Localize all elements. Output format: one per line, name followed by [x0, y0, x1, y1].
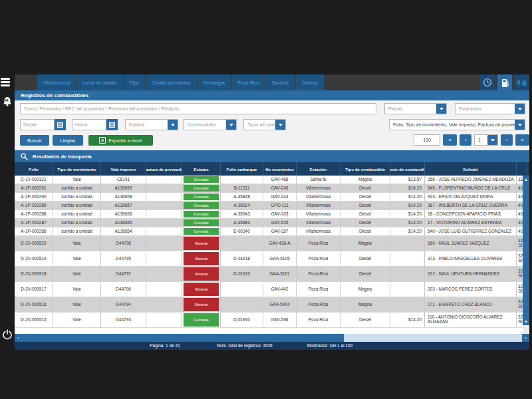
- date-to-input[interactable]: [72, 119, 106, 130]
- column-header-tipo-de-movimiento[interactable]: Tipo de movimiento: [53, 162, 101, 176]
- tab-ciudad-del-carmen[interactable]: Ciudad del carmen: [146, 74, 197, 90]
- dollar-glyph: $: [517, 79, 520, 86]
- scroll-left-icon[interactable]: ‹: [15, 334, 22, 342]
- horizontal-scrollbar[interactable]: ‹ ›: [15, 334, 529, 342]
- column-header-solicit-[interactable]: Solicitó: [425, 162, 517, 176]
- cell: D-2V-000520: [15, 236, 53, 251]
- cell: A-35983: [221, 219, 263, 227]
- cell: 171 - EVARISTO CRUZ BLANCO: [425, 297, 517, 312]
- calendar-icon[interactable]: [55, 119, 66, 130]
- estaciones-select[interactable]: Estaciones: [455, 103, 525, 114]
- columnas-select[interactable]: Folio, Tipo de movimiento, Vale impreso,…: [389, 119, 525, 130]
- table-row[interactable]: A-1P-000288surtido a unidadA136656Cerrad…: [15, 210, 523, 219]
- column-header-factura-de-proveedor[interactable]: Factura de proveedor: [146, 162, 182, 176]
- results-title: Resultados de búsqueda: [33, 154, 92, 160]
- table-row[interactable]: D-2V-000515ValeD44793CerradaD-01900GAV-5…: [15, 313, 523, 328]
- cell: Villahermosa: [297, 219, 340, 227]
- table-row[interactable]: D-2V-000519ValeD44795AbiertaD-01918GAA-5…: [15, 251, 523, 267]
- tab-poza-rica[interactable]: Poza Rica: [232, 74, 265, 90]
- cell: surtido a unidad: [53, 227, 101, 235]
- cell: 325 SIE: [517, 282, 523, 297]
- table-row[interactable]: D-2V-000517ValeD44796AbiertaGAV-442Poza …: [15, 282, 523, 297]
- column-header-tipo-de-combustible[interactable]: Tipo de combustible: [340, 162, 390, 176]
- table-row[interactable]: A-1P-000290surtido a unidadA136658Cerrad…: [15, 193, 523, 201]
- column-header-no-econ-mico[interactable]: No económico: [263, 162, 297, 176]
- tab-villahermosa[interactable]: Villahermosa: [37, 74, 76, 90]
- column-header-estaci-n[interactable]: Estación: [297, 162, 340, 176]
- clock-icon[interactable]: [480, 74, 495, 90]
- fuel-pump-icon[interactable]: [497, 74, 512, 90]
- cell: $14.20: [390, 184, 425, 192]
- cell: A136658: [101, 193, 146, 201]
- tab-loma-de-caballo[interactable]: Loma de caballo: [76, 74, 122, 90]
- cell: [146, 219, 182, 227]
- first-page-button[interactable]: «: [443, 134, 457, 146]
- tipos-unidad-select[interactable]: Tipos de unida...: [243, 119, 286, 130]
- column-header-estatus[interactable]: Estatus: [182, 162, 221, 176]
- table-row[interactable]: C-1V-000321ValeC8141CerradaGAV-488Santa …: [15, 176, 523, 184]
- status-badge: Cerrada: [184, 185, 219, 192]
- cell: Cerrada: [182, 219, 221, 227]
- plazas-select[interactable]: Plazas: [384, 103, 447, 114]
- chevron-down-icon: [487, 135, 497, 145]
- cell: A-35848: [221, 193, 263, 201]
- combustibles-select[interactable]: Combustibles: [184, 119, 237, 130]
- menu-hamburger-icon[interactable]: [1, 78, 10, 88]
- calendar-icon[interactable]: [106, 119, 118, 130]
- fuel-price-icon[interactable]: $: [515, 74, 529, 90]
- cell: Cerrada: [182, 193, 221, 201]
- buscar-button[interactable]: Buscar: [20, 135, 49, 146]
- power-glyph: [2, 329, 13, 340]
- exportar-excel-button[interactable]: X Exportar a excel: [88, 135, 153, 146]
- page-size-input[interactable]: [414, 134, 440, 146]
- tab-santa-fe[interactable]: Santa fe: [265, 74, 295, 90]
- cell: [390, 282, 425, 297]
- tab-ferchegas[interactable]: Ferchegas: [198, 74, 231, 90]
- chevron-down-icon: [436, 104, 446, 114]
- horizontal-scroll-thumb[interactable]: [22, 334, 344, 342]
- page-select[interactable]: 1: [474, 134, 498, 146]
- column-header-vale-impreso[interactable]: Vale impreso: [101, 162, 146, 176]
- cell: 367 - WILBERTH DE LA CRUZ GUERRA: [425, 201, 517, 209]
- footer-page-info: Página: 1 de 41: [150, 342, 180, 350]
- cell: D44798: [101, 236, 146, 251]
- column-header-folio[interactable]: Folio: [15, 162, 53, 176]
- table-row[interactable]: A-1P-000291surtido a unidadA136659Cerrad…: [15, 184, 523, 193]
- cell: C-1V-000321: [15, 176, 53, 184]
- column-header-precio-de-combustible[interactable]: Precio de combustible: [390, 162, 425, 176]
- cell: 203 - MARCOS PEREZ CORTES: [425, 282, 517, 297]
- table-row[interactable]: D-2V-000516ValeD44794AbiertaGAA-5404Poza…: [15, 297, 523, 313]
- cell: Abierta: [182, 282, 221, 297]
- status-badge: Abierta: [184, 283, 219, 296]
- exportar-label: Exportar a excel: [108, 138, 142, 143]
- power-icon[interactable]: [2, 329, 13, 340]
- table-row[interactable]: A-1P-000289surtido a unidadA136657Cerrad…: [15, 201, 523, 210]
- table-row[interactable]: D-2V-000520ValeD44798AbiertaGAV-426-APoz…: [15, 236, 523, 251]
- cell: A136654: [101, 227, 146, 235]
- next-page-button[interactable]: ›: [501, 134, 513, 146]
- cell: Magna: [340, 282, 390, 297]
- cell: A136655: [101, 219, 146, 227]
- table-row[interactable]: A-1P-000287surtido a unidadA136655Cerrad…: [15, 219, 523, 227]
- last-page-button[interactable]: »: [515, 134, 529, 146]
- scroll-up-icon[interactable]: ▲: [523, 176, 529, 183]
- search-input[interactable]: [20, 103, 376, 114]
- cell: $14.20: [390, 201, 425, 209]
- cell: surtido a unidad: [53, 201, 101, 209]
- tab-olmeca[interactable]: Olmeca: [296, 74, 324, 90]
- table-row[interactable]: A-1P-000286surtido a unidadA136654Cerrad…: [15, 227, 523, 236]
- notifications-bell-icon[interactable]: 44: [2, 96, 13, 107]
- vertical-scroll-thumb[interactable]: [523, 183, 529, 318]
- limpiar-button[interactable]: Limpiar: [53, 135, 83, 146]
- tab-pipa[interactable]: Pipa: [124, 74, 145, 90]
- table-row[interactable]: D-2V-000518ValeD44797AbiertaD-01923GAA-5…: [15, 267, 523, 282]
- column-header-folio-embarque[interactable]: Folio embarque: [221, 162, 263, 176]
- date-from-input[interactable]: [20, 119, 55, 130]
- estatus-select[interactable]: Estatus: [125, 119, 178, 130]
- scroll-down-icon[interactable]: ▼: [523, 318, 529, 325]
- date-to-field: [72, 119, 118, 130]
- vertical-scrollbar[interactable]: ▲ ▼: [523, 176, 529, 334]
- scroll-right-icon[interactable]: ›: [522, 334, 529, 342]
- prev-page-button[interactable]: ‹: [460, 134, 471, 146]
- cell: 400: [517, 227, 523, 235]
